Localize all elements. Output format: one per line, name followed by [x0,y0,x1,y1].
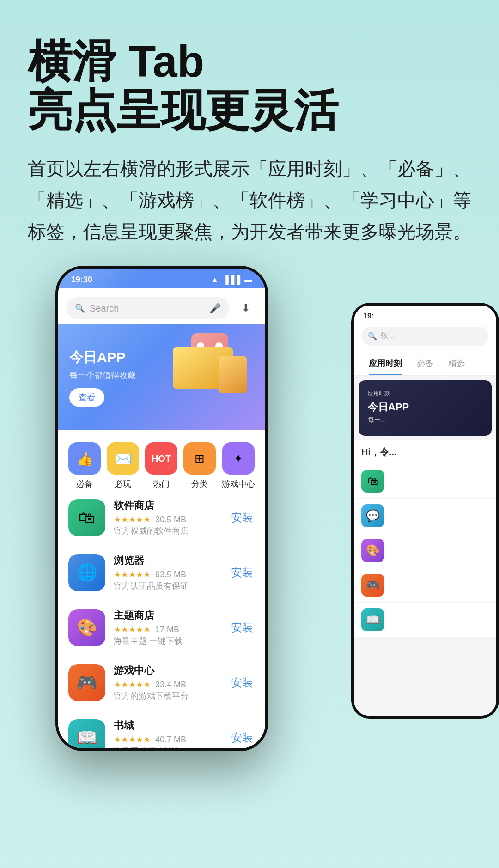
app-size-game: 33.4 MB [155,680,186,690]
p2-search-area: 🔍 软... [354,323,496,351]
banner-1: 今日APP 每一个都值得收藏 查看 [58,324,265,430]
p2-banner-label: 应用时刻 [368,390,482,397]
app-stars-browser: ★★★★★ 63.5 MB [114,569,221,580]
p2-app-icon-3: 🎨 [361,539,384,562]
app-size-book: 40.7 MB [155,735,186,745]
banner-view-button[interactable]: 查看 [69,388,104,407]
app-item-game: 🎮 游戏中心 ★★★★★ 33.4 MB 官方的游戏下载平台 安装 [58,655,265,710]
p2-app-icon-5: 📖 [361,608,384,631]
p2-app-icon-2: 💬 [361,504,384,527]
mic-icon: 🎤 [209,303,221,314]
box-3d-illustration [168,329,251,412]
p2-app-item-2: 💬 [354,499,496,533]
p2-search-icon: 🔍 [368,332,377,341]
app-info-store: 软件商店 ★★★★★ 30.5 MB 官方权威的软件商店 [114,499,221,537]
nav-item-game-center[interactable]: ✦ 游戏中心 [222,442,255,489]
app-name-book: 书城 [114,719,221,733]
app-list-1: 🛍 软件商店 ★★★★★ 30.5 MB 官方权威的软件商店 安装 🌐 浏览器 [58,490,265,748]
install-button-store[interactable]: 安装 [229,507,255,529]
hero-title-line1: 横滑 Tab [28,37,204,86]
download-button-1[interactable]: ⬇ [235,297,257,319]
app-name-store: 软件商店 [114,499,221,513]
phones-container: 19:30 ▲ ▐▐▐ ▬ 🔍 Search 🎤 ⬇ 今日AP [0,266,499,868]
nav-icon-biwan: ✉️ [107,442,139,475]
p2-app-item-3: 🎨 [354,533,496,568]
p2-tab-bar: 应用时刻 必备 精选 [354,351,496,376]
nav-item-beibi[interactable]: 👍 必备 [68,442,101,489]
battery-icon: ▬ [244,275,252,285]
install-button-theme[interactable]: 安装 [229,617,255,639]
nav-label-category: 分类 [191,478,208,489]
app-item-browser: 🌐 浏览器 ★★★★★ 63.5 MB 官方认证品质有保证 安装 [58,545,265,600]
install-button-browser[interactable]: 安装 [229,562,255,584]
p2-search-text: 软... [381,331,394,341]
nav-item-hot[interactable]: HOT 热门 [145,442,177,489]
banner-subtitle: 每一个都值得收藏 [69,370,136,381]
p2-app-icon-4: 🎮 [361,574,384,597]
nav-icon-beibi: 👍 [68,442,101,475]
nav-item-biwan[interactable]: ✉️ 必玩 [107,442,139,489]
app-stars-store: ★★★★★ 30.5 MB [114,514,221,525]
app-icon-game: 🎮 [68,664,105,701]
phone-1: 19:30 ▲ ▐▐▐ ▬ 🔍 Search 🎤 ⬇ 今日AP [55,266,268,751]
hero-section: 横滑 Tab 亮点呈现更灵活 首页以左右横滑的形式展示「应用时刻」、「必备」、「… [0,0,499,266]
hero-title: 横滑 Tab 亮点呈现更灵活 [28,37,471,134]
app-size-store: 30.5 MB [155,515,186,525]
app-desc-book: 海量图书想读就读 [114,746,221,748]
signal-icon: ▐▐▐ [223,275,240,285]
app-icon-store: 🛍 [68,499,105,536]
app-item-theme: 🎨 主题商店 ★★★★★ 17 MB 海量主题 一键下载 安装 [58,600,265,655]
hero-description: 首页以左右横滑的形式展示「应用时刻」、「必备」、「精选」、「游戏榜」、「软件榜」… [28,153,471,247]
app-name-browser: 浏览器 [114,554,221,568]
phone-2: 19: 🔍 软... 应用时刻 必备 精选 应用时刻 今日APP 每一. [351,303,499,719]
tab-app-moment[interactable]: 应用时刻 [361,351,409,375]
install-button-book[interactable]: 安装 [229,727,255,748]
p2-app-item-4: 🎮 [354,568,496,603]
app-stars-game: ★★★★★ 33.4 MB [114,679,221,690]
app-desc-browser: 官方认证品质有保证 [114,581,221,592]
nav-label-biwan: 必玩 [115,478,131,489]
status-icons-1: ▲ ▐▐▐ ▬ [211,275,252,285]
nav-item-category[interactable]: ⊞ 分类 [183,442,216,489]
install-button-game[interactable]: 安装 [229,672,255,694]
phone-2-inner: 19: 🔍 软... 应用时刻 必备 精选 应用时刻 今日APP 每一. [354,306,496,716]
phone-1-screen: 19:30 ▲ ▐▐▐ ▬ 🔍 Search 🎤 ⬇ 今日AP [58,269,265,748]
app-desc-store: 官方权威的软件商店 [114,526,221,537]
hero-title-line2: 亮点呈现更灵活 [28,86,338,135]
nav-label-game-center: 游戏中心 [222,478,255,489]
tab-essentials[interactable]: 必备 [409,351,441,375]
app-icon-theme: 🎨 [68,609,105,646]
box-side [219,356,247,393]
app-desc-theme: 海量主题 一键下载 [114,636,221,647]
phone-2-screen: 19: 🔍 软... 应用时刻 必备 精选 应用时刻 今日APP 每一. [354,306,496,716]
app-stars-book: ★★★★★ 40.7 MB [114,734,221,745]
app-info-theme: 主题商店 ★★★★★ 17 MB 海量主题 一键下载 [114,609,221,647]
p2-app-item-5: 📖 [354,603,496,637]
app-size-browser: 63.5 MB [155,570,186,580]
app-desc-game: 官方的游戏下载平台 [114,691,221,702]
nav-label-beibi: 必备 [76,478,93,489]
banner-title: 今日APP [69,348,136,367]
search-input-1[interactable]: Search [90,303,205,314]
p2-hi-text: Hi，令... [354,440,496,464]
app-info-browser: 浏览器 ★★★★★ 63.5 MB 官方认证品质有保证 [114,554,221,592]
app-item-store: 🛍 软件商店 ★★★★★ 30.5 MB 官方权威的软件商店 安装 [58,490,265,545]
p2-app-icon-1: 🛍 [361,470,384,493]
app-size-theme: 17 MB [155,625,179,635]
banner-content: 今日APP 每一个都值得收藏 查看 [69,348,136,407]
banner-illustration [168,329,261,426]
wifi-icon: ▲ [211,275,219,285]
nav-icons-1: 👍 必备 ✉️ 必玩 HOT 热门 ⊞ 分类 ✦ 游戏中心 [58,433,265,499]
nav-icon-hot: HOT [145,442,177,475]
p2-status-bar: 19: [354,306,496,323]
app-info-game: 游戏中心 ★★★★★ 33.4 MB 官方的游戏下载平台 [114,664,221,702]
p2-app-item-1: 🛍 [354,464,496,499]
app-stars-theme: ★★★★★ 17 MB [114,624,221,635]
search-box-1[interactable]: 🔍 Search 🎤 [67,297,229,319]
p2-banner-title: 今日APP [368,400,482,414]
p2-status-time: 19: [363,312,374,320]
p2-search-box[interactable]: 🔍 软... [361,327,489,346]
app-name-theme: 主题商店 [114,609,221,623]
tab-featured[interactable]: 精选 [441,351,472,375]
app-name-game: 游戏中心 [114,664,221,678]
